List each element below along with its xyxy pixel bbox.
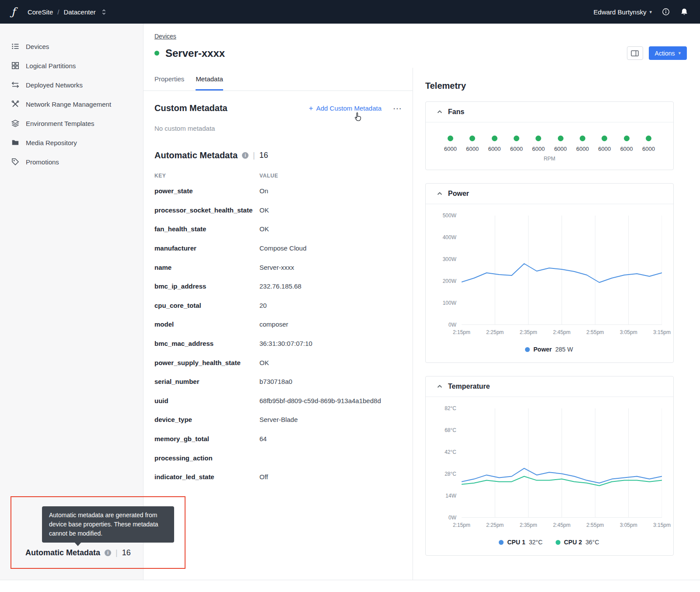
fan-rpm-value: 6000 xyxy=(576,146,589,152)
sidebar-item-devices[interactable]: Devices xyxy=(0,37,143,56)
more-options-icon[interactable]: ⋯ xyxy=(393,104,402,113)
metadata-value: OK xyxy=(259,359,269,366)
fan-status-dot xyxy=(448,136,453,141)
caption-title: Automatic Metadata xyxy=(25,548,100,557)
sidebar-item-network-range-management[interactable]: Network Range Management xyxy=(0,94,143,114)
sidebar-item-media-repository[interactable]: Media Repository xyxy=(0,133,143,152)
top-navbar: ƒ CoreSite / Datacenter Edward Burtynsky… xyxy=(0,0,700,24)
temperature-legend: CPU 1 32°C CPU 2 36°C xyxy=(436,539,662,546)
fan-reading: 6000 xyxy=(510,136,523,152)
metadata-key: processing_action xyxy=(154,454,259,462)
telemetry-panel: Telemetry Fans 6000 6000 6000 xyxy=(413,68,700,580)
metadata-key: name xyxy=(154,264,259,271)
tab-metadata[interactable]: Metadata xyxy=(196,75,223,91)
telemetry-title: Telemetry xyxy=(425,81,674,91)
table-row: fan_health_stateOK xyxy=(154,219,402,239)
metadata-key: bmc_mac_address xyxy=(154,340,259,347)
cpu1-legend-name: CPU 1 xyxy=(507,539,525,546)
x-tick: 3:15pm xyxy=(653,522,671,528)
y-tick: 42°C xyxy=(444,449,456,455)
notifications-bell-icon[interactable] xyxy=(680,7,689,16)
collapse-chevron-icon[interactable] xyxy=(437,385,442,388)
table-header: KEY VALUE xyxy=(154,173,402,179)
fan-reading: 6000 xyxy=(554,136,567,152)
breadcrumb[interactable]: CoreSite / Datacenter xyxy=(28,8,106,16)
x-tick: 2:15pm xyxy=(453,522,470,528)
metadata-value: Server-Blade xyxy=(259,416,298,423)
x-tick: 2:55pm xyxy=(586,329,604,335)
power-chart xyxy=(462,216,662,325)
fan-rpm-value: 6000 xyxy=(532,146,545,152)
table-row: nameServer-xxxx xyxy=(154,258,402,277)
value-column-header: VALUE xyxy=(259,173,278,179)
y-tick: 82°C xyxy=(444,405,456,411)
rpm-unit-label: RPM xyxy=(444,156,655,162)
y-tick: 68°C xyxy=(444,427,456,433)
devices-back-link[interactable]: Devices xyxy=(154,33,176,40)
metadata-key: indicator_led_state xyxy=(154,473,259,481)
caption-count: 16 xyxy=(122,548,131,557)
collapse-chevron-icon[interactable] xyxy=(437,192,442,195)
fan-rpm-value: 6000 xyxy=(642,146,655,152)
info-icon[interactable] xyxy=(662,7,670,16)
sidebar-item-environment-templates[interactable]: Environment Templates xyxy=(0,114,143,133)
table-row: power_supply_health_stateOK xyxy=(154,353,402,372)
x-tick: 2:45pm xyxy=(553,522,570,528)
metadata-key: uuid xyxy=(154,397,259,404)
x-tick: 2:15pm xyxy=(453,329,470,335)
metadata-key: memory_gb_total xyxy=(154,435,259,442)
user-menu[interactable]: Edward Burtynsky ▾ xyxy=(594,8,652,16)
x-tick: 3:05pm xyxy=(620,522,637,528)
fan-status-dot xyxy=(624,136,630,141)
power-card: Power 500W 400W 300W 200W 100W 0W xyxy=(425,183,674,363)
x-tick: 3:05pm xyxy=(620,329,637,335)
metadata-key: cpu_core_total xyxy=(154,302,259,309)
sidebar-item-promotions[interactable]: Promotions xyxy=(0,152,143,171)
power-legend-name: Power xyxy=(533,346,552,353)
actions-button-label: Actions xyxy=(655,50,675,57)
fan-reading: 6000 xyxy=(532,136,545,152)
power-x-axis: 2:15pm 2:25pm 2:35pm 2:45pm 2:55pm 3:05p… xyxy=(462,325,662,337)
metadata-value: 232.76.185.68 xyxy=(259,282,301,290)
fan-status-dot xyxy=(558,136,564,141)
add-custom-metadata-button[interactable]: + Add Custom Metadata xyxy=(309,104,382,113)
automatic-metadata-count: 16 xyxy=(259,151,268,160)
x-tick: 2:35pm xyxy=(520,329,537,335)
panel-layout-button[interactable] xyxy=(627,46,643,60)
metadata-value: OK xyxy=(259,225,269,233)
content: Devices Server-xxxx Actions ▾ xyxy=(144,24,700,580)
metadata-key: power_supply_health_state xyxy=(154,359,259,366)
info-icon[interactable]: i xyxy=(105,550,111,556)
info-icon[interactable]: i xyxy=(242,152,248,159)
metadata-value: 20 xyxy=(259,302,267,309)
temperature-x-axis: 2:15pm 2:25pm 2:35pm 2:45pm 2:55pm 3:05p… xyxy=(462,518,662,530)
fan-reading: 6000 xyxy=(444,136,457,152)
brand-logo[interactable]: ƒ xyxy=(11,6,15,18)
no-custom-metadata-text: No custom metadata xyxy=(154,125,402,132)
table-row: device_typeServer-Blade xyxy=(154,410,402,429)
actions-button[interactable]: Actions ▾ xyxy=(649,46,687,60)
y-tick: 100W xyxy=(443,300,456,306)
metadata-key: manufacturer xyxy=(154,244,259,252)
plus-icon: + xyxy=(309,104,313,113)
breadcrumb-org[interactable]: CoreSite xyxy=(28,8,53,16)
fan-rpm-value: 6000 xyxy=(444,146,457,152)
tooltip-caption: Automatic Metadata i | 16 xyxy=(25,548,131,557)
fan-reading: 6000 xyxy=(642,136,655,152)
collapse-chevron-icon[interactable] xyxy=(437,110,442,114)
metadata-value: 36:31:30:07:07:10 xyxy=(259,340,312,347)
x-tick: 2:35pm xyxy=(520,522,537,528)
sidebar-item-deployed-networks[interactable]: Deployed Networks xyxy=(0,75,143,94)
tab-properties[interactable]: Properties xyxy=(154,75,184,91)
fan-status-dot xyxy=(580,136,585,141)
sidebar-item-logical-partitions[interactable]: Logical Partitions xyxy=(0,56,143,75)
x-tick: 2:25pm xyxy=(486,522,504,528)
breadcrumb-section[interactable]: Datacenter xyxy=(63,8,95,16)
page-header: Devices Server-xxxx Actions ▾ xyxy=(144,24,700,68)
sidebar-item-label: Deployed Networks xyxy=(26,81,83,89)
add-custom-metadata-label: Add Custom Metadata xyxy=(316,104,382,112)
tools-icon xyxy=(11,100,19,108)
x-tick: 2:55pm xyxy=(586,522,604,528)
metadata-value: On xyxy=(259,187,268,195)
switcher-chevrons-icon[interactable] xyxy=(102,9,106,15)
